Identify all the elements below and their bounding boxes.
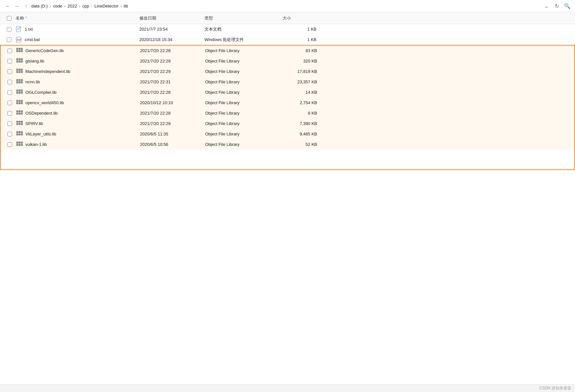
file-rows: 1.txt 2021/7/7 23:54 文本文档 1 KB bat cmd.b… [0,24,575,170]
file-size-cell: 9,485 KB [283,132,322,136]
file-size-cell: 1 KB [283,27,322,32]
table-row[interactable]: glslang.lib 2021/7/20 22:29 Object File … [1,56,574,66]
file-size-cell: 23,357 KB [283,79,322,84]
row-checkbox-cell[interactable] [3,27,16,32]
row-checkbox-cell[interactable] [3,90,16,95]
breadcrumb-item-cpp[interactable]: cpp [82,4,89,8]
row-checkbox-cell[interactable] [3,132,16,136]
file-size-cell: 17,819 KB [283,69,322,74]
row-checkbox-cell[interactable] [3,69,16,74]
row-checkbox[interactable] [7,80,12,84]
file-type-cell: Windows 批处理文件 [204,37,283,43]
file-date-cell: 2021/7/20 22:29 [140,121,205,126]
row-checkbox-cell[interactable] [3,111,16,116]
svg-rect-59 [19,133,21,135]
file-date-cell: 2021/7/20 22:29 [140,59,205,63]
column-header-type[interactable]: 类型 [204,15,283,21]
breadcrumb-item-linedetector[interactable]: LineDetector [94,4,119,8]
svg-text:bat: bat [17,38,22,41]
table-row[interactable]: GenericCodeGen.lib 2021/7/20 22:28 Objec… [1,46,574,56]
row-checkbox-cell[interactable] [3,121,16,126]
svg-rect-42 [21,102,23,104]
svg-rect-30 [21,81,23,83]
row-checkbox[interactable] [7,69,12,74]
svg-rect-17 [19,61,21,63]
row-checkbox-cell[interactable] [3,59,16,63]
breadcrumb-sep-0: › [50,4,51,8]
svg-rect-56 [19,131,21,133]
nav-forward-icon[interactable]: → [13,2,21,10]
row-checkbox[interactable] [7,27,11,32]
breadcrumb-item-lib[interactable]: lib [124,4,128,8]
breadcrumb-item-code[interactable]: code [53,4,62,8]
file-date-cell: 2021/7/20 22:28 [140,111,205,116]
table-row[interactable]: OGLCompiler.lib 2021/7/20 22:28 Object F… [1,87,574,98]
row-checkbox-cell[interactable] [3,80,16,84]
row-checkbox[interactable] [7,132,12,136]
svg-rect-26 [19,79,21,81]
svg-rect-37 [16,100,18,102]
table-row[interactable]: bat cmd.bat 2020/12/18 15:34 Windows 批处理… [0,35,575,45]
refresh-icon[interactable]: ↻ [553,2,561,10]
table-row[interactable]: OSDependent.lib 2021/7/20 22:28 Object F… [1,108,574,119]
row-checkbox[interactable] [7,37,11,42]
table-row[interactable]: ncnn.lib 2021/7/20 22:31 Object File Lib… [1,77,574,87]
table-row[interactable]: MachineIndependent.lib 2021/7/20 22:29 O… [1,66,574,77]
svg-rect-7 [16,48,18,50]
select-all-checkbox-cell[interactable] [3,16,16,21]
file-name-cell: vulkan-1.lib [16,141,140,148]
watermark-text: CSDN @知来者逆 [539,385,571,391]
breadcrumb-sep-1: › [64,4,65,8]
row-checkbox[interactable] [7,101,12,105]
column-header-modified[interactable]: 修改日期 [139,15,204,21]
svg-rect-54 [21,123,23,125]
svg-rect-28 [16,81,18,83]
svg-rect-53 [19,123,21,125]
search-icon[interactable]: 🔍 [563,2,571,10]
row-checkbox[interactable] [7,142,12,147]
table-row[interactable]: 1.txt 2021/7/7 23:54 文本文档 1 KB [0,24,575,35]
row-checkbox[interactable] [7,59,12,63]
file-size-cell: 7,390 KB [283,121,322,126]
svg-rect-58 [16,133,18,135]
svg-rect-49 [16,121,18,123]
file-name-text: OSDependent.lib [25,111,58,116]
file-type-cell: Object File Library [205,121,283,126]
row-checkbox-cell[interactable] [3,37,16,42]
file-type-icon [16,131,23,137]
svg-rect-50 [19,121,21,123]
row-checkbox[interactable] [7,111,12,116]
breadcrumb-sep-3: › [91,4,92,8]
table-row[interactable]: SPIRV.lib 2021/7/20 22:29 Object File Li… [1,119,574,129]
chevron-down-icon[interactable]: ⌄ [542,2,550,10]
row-checkbox-cell[interactable] [3,49,16,53]
column-header-name[interactable]: 名称 ^ [16,15,139,21]
svg-rect-27 [21,79,23,81]
table-row[interactable]: VkLayer_utils.lib 2020/6/5 11:35 Object … [1,129,574,139]
nav-back-icon[interactable]: ← [4,2,12,10]
svg-rect-34 [16,92,18,94]
file-name-text: ncnn.lib [25,79,40,84]
file-type-icon [16,58,23,64]
row-checkbox-cell[interactable] [3,142,16,147]
nav-up-icon[interactable]: ↑ [22,2,30,10]
svg-rect-64 [16,144,18,146]
row-checkbox-cell[interactable] [3,101,16,105]
breadcrumb-item-2022[interactable]: 2022 [67,4,77,8]
file-name-cell: OGLCompiler.lib [16,89,140,96]
table-row[interactable]: opencv_world450.lib 2020/10/12 10:10 Obj… [1,98,574,108]
table-row[interactable]: vulkan-1.lib 2020/6/5 10:56 Object File … [1,139,574,150]
file-name-cell: VkLayer_utils.lib [16,131,140,137]
file-date-cell: 2021/7/20 22:28 [140,90,205,95]
svg-rect-43 [16,110,18,112]
row-checkbox[interactable] [7,90,12,95]
row-checkbox[interactable] [7,49,12,53]
row-checkbox[interactable] [7,121,12,126]
svg-rect-41 [19,102,21,104]
column-header-size[interactable]: 大小 [283,15,322,21]
svg-rect-63 [21,142,23,144]
file-type-icon [16,89,23,96]
file-type-icon: bat [16,36,22,43]
breadcrumb-item-data[interactable]: data (D:) [31,4,48,8]
select-all-checkbox[interactable] [7,16,11,21]
